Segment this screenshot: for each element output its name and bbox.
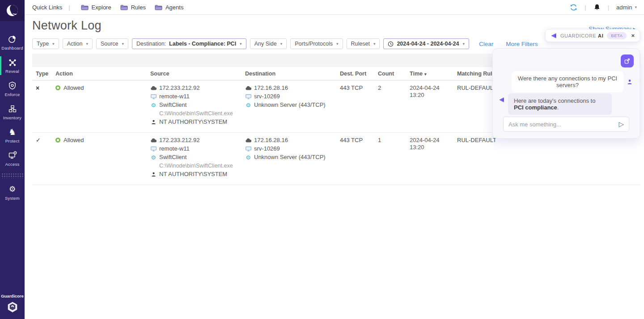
sidebar-item-inventory[interactable]: Inventory (0, 101, 25, 124)
chat-input[interactable] (508, 121, 619, 128)
filter-date-range-value: 2024-04-24 - 2024-04-24 (397, 41, 459, 47)
sidebar-item-enforce[interactable]: Enforce (0, 77, 25, 101)
access-icon (8, 151, 17, 160)
sidebar-item-system[interactable]: ⚙ System (0, 181, 25, 204)
user-message-row: Were there any connections to my PCI ser… (512, 71, 632, 92)
sidebar-nav: Dashboard Reveal Enforce Inventory ♞ Pro… (0, 21, 25, 204)
connection-established-icon: ✓ (36, 137, 41, 143)
send-icon[interactable]: ▷ (619, 120, 624, 128)
destination-cell: 172.16.28.16 srv-10269 ⚙Unknown Server (… (242, 84, 336, 110)
clear-filters-link[interactable]: Clear (479, 41, 493, 47)
clock-icon (388, 41, 394, 47)
protect-knight-icon: ♞ (8, 128, 16, 137)
expand-chat-button[interactable] (621, 55, 634, 67)
source-ip: 172.233.212.92 (159, 137, 199, 144)
notifications-bell-icon[interactable] (593, 4, 601, 11)
chevron-down-icon: ▾ (240, 42, 242, 46)
close-icon[interactable]: × (631, 32, 635, 39)
topbar: Quick Links | Explore Rules Agents | | a… (25, 0, 644, 15)
cloud-icon (245, 86, 251, 90)
filter-links: Clear More Filters (479, 41, 538, 47)
time-cell: 2024-04-24 13:20 (406, 84, 453, 99)
chevron-down-icon: ▾ (373, 42, 376, 46)
ai-chat-panel: Were there any connections to my PCI ser… (492, 48, 640, 139)
sidebar-item-label: System (5, 196, 20, 201)
filter-any-side-label: Any Side (254, 41, 277, 47)
destination-process: Unknown Server (443/TCP) (254, 154, 326, 161)
connection-closed-icon: × (36, 84, 39, 92)
source-cell: 172.233.212.92 remote-w11 ⚙SwiftClient C… (147, 84, 242, 127)
filter-ports-protocols[interactable]: Ports/Protocols ▾ (290, 38, 343, 49)
ai-send-plane-icon (551, 33, 557, 39)
sidebar-item-label: Inventory (3, 115, 21, 120)
cloud-icon (150, 86, 157, 90)
filter-ruleset[interactable]: Ruleset ▾ (347, 38, 380, 49)
topbar-separator: | (67, 4, 72, 11)
col-header-time[interactable]: Time▾ (406, 71, 453, 77)
ai-message-row: Here are today's connections to PCI comp… (499, 93, 612, 115)
nav-rules[interactable]: Rules (120, 4, 146, 11)
popout-icon (624, 58, 631, 64)
more-filters-link[interactable]: More Filters (506, 41, 538, 47)
allowed-status-icon (55, 85, 60, 90)
sidebar-item-access[interactable]: Access (0, 147, 25, 170)
nav-explore-label: Explore (92, 4, 111, 11)
time-cell: 2024-04-24 13:20 (406, 137, 453, 151)
process-gear-icon: ⚙ (245, 102, 251, 108)
count-cell: 1 (374, 137, 406, 143)
user-icon (150, 172, 157, 177)
refresh-icon[interactable] (570, 4, 577, 11)
user-name: admin (616, 4, 632, 11)
col-header-source[interactable]: Source (147, 71, 242, 77)
nav-explore[interactable]: Explore (81, 4, 111, 11)
col-header-dest-port[interactable]: Dest. Port (336, 71, 374, 77)
col-header-time-label: Time (410, 71, 423, 77)
chevron-down-icon: ▾ (122, 42, 124, 46)
destination-ip: 172.16.28.16 (254, 137, 288, 144)
filter-source[interactable]: Source ▾ (96, 38, 128, 49)
col-header-type[interactable]: Type (32, 71, 52, 77)
topbar-left: Quick Links | Explore Rules Agents (25, 4, 183, 11)
enforce-shield-icon (8, 81, 17, 90)
cloud-icon (150, 138, 157, 143)
filter-date-range[interactable]: 2024-04-24 - 2024-04-24 ▾ (383, 38, 469, 49)
time-clock: 13:20 (410, 92, 453, 99)
process-gear-icon: ⚙ (245, 155, 251, 160)
quick-links-button[interactable]: Quick Links (32, 4, 62, 11)
user-menu[interactable]: admin ▾ (616, 4, 637, 11)
source-user: NT AUTHORITY\SYSTEM (159, 171, 227, 178)
reveal-icon (8, 58, 17, 67)
ai-badge-brand: GUARDICORE (560, 33, 597, 38)
sort-desc-icon: ▾ (424, 72, 427, 76)
sidebar-item-protect[interactable]: ♞ Protect (0, 124, 25, 147)
col-header-destination[interactable]: Destination (242, 71, 336, 77)
source-process-path: C:\Winode\bin\SwiftClient.exe (150, 162, 242, 169)
ai-message-text: Here are today's connections to (514, 97, 595, 104)
folder-icon (120, 4, 128, 10)
filter-action[interactable]: Action ▾ (63, 38, 93, 49)
allowed-status-icon (55, 138, 60, 143)
ai-message-period: . (557, 104, 559, 111)
filter-ports-label: Ports/Protocols (295, 41, 333, 47)
source-user: NT AUTHORITY\SYSTEM (159, 118, 227, 126)
guardicore-logo[interactable] (0, 0, 25, 21)
col-header-action[interactable]: Action (52, 71, 147, 77)
count-cell: 2 (374, 84, 406, 91)
sidebar-item-dashboard[interactable]: Dashboard (0, 31, 25, 54)
filter-type[interactable]: Type ▾ (32, 38, 59, 49)
time-date: 2024-04-24 (410, 84, 453, 92)
sidebar-brand: Guardicore (0, 294, 25, 315)
nav-agents[interactable]: Agents (155, 4, 183, 11)
destination-ip: 172.16.28.16 (254, 84, 288, 92)
filter-any-side[interactable]: Any Side ▾ (250, 38, 287, 49)
folder-icon (155, 4, 162, 10)
sidebar-item-reveal[interactable]: Reveal (0, 54, 25, 77)
time-clock: 13:20 (410, 144, 453, 151)
ai-badge-label: GUARDICORE AI (560, 33, 603, 38)
destination-host: srv-10269 (254, 145, 280, 152)
ai-send-plane-icon (499, 97, 504, 103)
col-header-count[interactable]: Count (374, 71, 406, 77)
table-row[interactable]: ✓ Allowed 172.233.212.92 remote-w11 ⚙Swi… (32, 133, 640, 185)
guardicore-ai-badge[interactable]: GUARDICORE AI BETA × (545, 29, 640, 42)
filter-destination[interactable]: Destination: Labels - Compliance: PCI ▾ (132, 38, 246, 49)
